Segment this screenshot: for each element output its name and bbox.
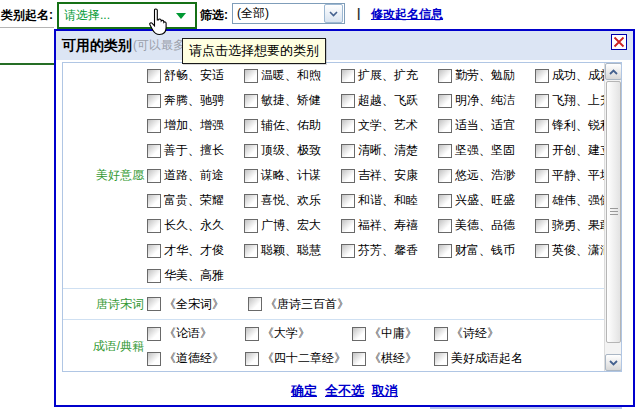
checkbox[interactable] [147,219,161,233]
checkbox[interactable] [438,144,452,158]
category-option[interactable]: 悠远、浩渺 [438,167,535,184]
category-option[interactable]: 扩展、扩充 [341,67,438,84]
checkbox[interactable] [341,244,355,258]
checkbox[interactable] [147,297,161,311]
checkbox[interactable] [147,119,161,133]
category-option[interactable]: 增加、增强 [147,117,244,134]
checkbox[interactable] [147,94,161,108]
category-option[interactable]: 美德、品德 [438,217,535,234]
checkbox[interactable] [147,144,161,158]
category-option[interactable]: 《诗经》 [434,325,499,342]
scroll-up-icon[interactable] [605,63,622,80]
scrollbar-thumb[interactable] [606,81,621,343]
checkbox[interactable] [438,69,452,83]
checkbox[interactable] [245,327,259,341]
category-option[interactable]: 道路、前途 [147,167,244,184]
category-option[interactable]: 坚强、坚固 [438,142,535,159]
category-option[interactable]: 《唐诗三百首》 [248,296,349,313]
category-option[interactable]: 明净、纯洁 [438,92,535,109]
checkbox[interactable] [244,144,258,158]
category-option[interactable]: 奔腾、驰骋 [147,92,244,109]
category-option[interactable]: 兴盛、旺盛 [438,192,535,209]
checkbox[interactable] [438,169,452,183]
chevron-down-icon[interactable] [324,4,343,23]
category-option[interactable]: 《大学》 [245,325,352,342]
category-option[interactable]: 《论语》 [147,325,245,342]
checkbox[interactable] [245,352,259,366]
checkbox[interactable] [535,219,549,233]
checkbox[interactable] [341,144,355,158]
checkbox[interactable] [341,169,355,183]
category-option[interactable]: 喜悦、欢乐 [244,192,341,209]
checkbox[interactable] [147,327,161,341]
checkbox[interactable] [244,94,258,108]
vertical-scrollbar[interactable] [604,63,621,371]
checkbox[interactable] [244,219,258,233]
checkbox[interactable] [535,69,549,83]
checkbox[interactable] [341,119,355,133]
category-option[interactable]: 长久、永久 [147,217,244,234]
category-option[interactable]: 《中庸》 [352,325,434,342]
checkbox[interactable] [438,94,452,108]
category-option[interactable]: 勤劳、勉励 [438,67,535,84]
checkbox[interactable] [147,269,161,283]
checkbox[interactable] [147,69,161,83]
category-option[interactable]: 和谐、和睦 [341,192,438,209]
category-option[interactable]: 广博、宏大 [244,217,341,234]
close-icon[interactable] [611,34,627,50]
confirm-link[interactable]: 确定 [291,382,317,400]
checkbox[interactable] [244,69,258,83]
category-option[interactable]: 美好成语起名 [434,350,523,367]
checkbox[interactable] [438,119,452,133]
checkbox[interactable] [147,169,161,183]
category-option[interactable]: 辅佐、佑助 [244,117,341,134]
checkbox[interactable] [244,244,258,258]
checkbox[interactable] [244,194,258,208]
checkbox[interactable] [352,352,366,366]
checkbox[interactable] [535,119,549,133]
checkbox[interactable] [341,219,355,233]
checkbox[interactable] [244,119,258,133]
category-option[interactable]: 华美、高雅 [147,267,244,284]
checkbox[interactable] [147,352,161,366]
category-option[interactable]: 舒畅、安适 [147,67,244,84]
checkbox[interactable] [535,194,549,208]
checkbox[interactable] [244,169,258,183]
checkbox[interactable] [535,144,549,158]
category-option[interactable]: 财富、钱币 [438,242,535,259]
category-option[interactable]: 温暖、和煦 [244,67,341,84]
category-option[interactable]: 才华、才俊 [147,242,244,259]
category-option[interactable]: 适当、适宜 [438,117,535,134]
category-option[interactable]: 福祥、寿禧 [341,217,438,234]
scroll-down-icon[interactable] [605,354,622,371]
filter-select[interactable]: (全部) [232,3,345,24]
checkbox[interactable] [438,244,452,258]
category-option[interactable]: 善于、擅长 [147,142,244,159]
category-option[interactable]: 《四十二章经》 [245,350,352,367]
checkbox[interactable] [438,194,452,208]
category-option[interactable]: 芬芳、馨香 [341,242,438,259]
cancel-link[interactable]: 取消 [372,382,398,400]
category-option[interactable]: 敏捷、矫健 [244,92,341,109]
category-option[interactable]: 《道德经》 [147,350,245,367]
category-option[interactable]: 富贵、荣耀 [147,192,244,209]
dropdown-arrow-icon[interactable] [176,13,186,19]
category-option[interactable]: 聪颖、聪慧 [244,242,341,259]
checkbox[interactable] [248,297,262,311]
checkbox[interactable] [438,219,452,233]
category-dropdown[interactable]: 请选择... [57,2,197,29]
checkbox[interactable] [341,69,355,83]
category-option[interactable]: 文学、艺术 [341,117,438,134]
checkbox[interactable] [352,327,366,341]
checkbox[interactable] [434,352,448,366]
checkbox[interactable] [147,244,161,258]
deselect-all-link[interactable]: 全不选 [325,382,364,400]
checkbox[interactable] [535,94,549,108]
checkbox[interactable] [341,194,355,208]
checkbox[interactable] [535,169,549,183]
checkbox[interactable] [434,327,448,341]
category-option[interactable]: 《全宋词》 [147,296,248,313]
category-option[interactable]: 谋略、计谋 [244,167,341,184]
category-option[interactable]: 超越、飞跃 [341,92,438,109]
checkbox[interactable] [341,94,355,108]
